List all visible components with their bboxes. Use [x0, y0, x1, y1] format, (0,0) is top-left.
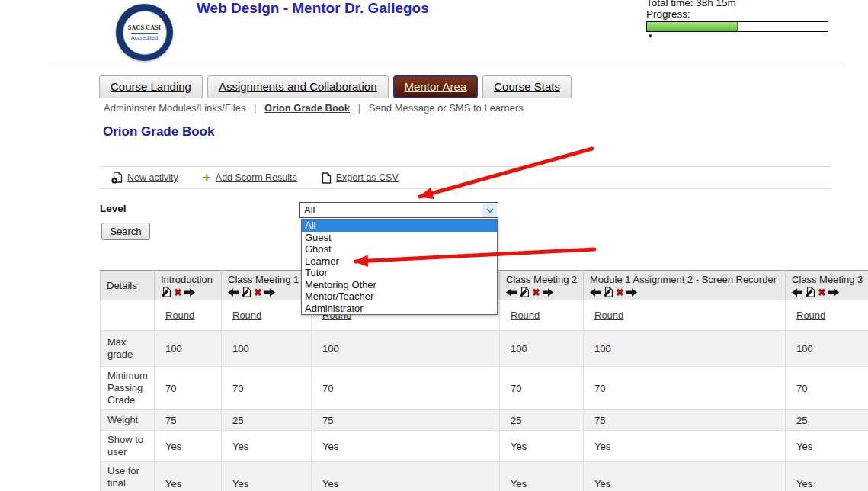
edit-activity-icon[interactable]: [519, 287, 530, 297]
cell-value: 75: [312, 410, 500, 431]
new-activity-tool[interactable]: New activity: [111, 172, 178, 184]
new-activity-link[interactable]: New activity: [127, 172, 178, 183]
activity-title: Class Meeting 1: [228, 274, 308, 285]
move-left-icon[interactable]: [590, 287, 601, 297]
move-left-icon[interactable]: [506, 287, 517, 297]
seal-text: SACS CASI: [128, 24, 161, 31]
level-option-tutor[interactable]: Tutor: [302, 267, 497, 279]
delete-activity-icon[interactable]: ✖: [174, 287, 182, 297]
round-link[interactable]: Round: [796, 310, 825, 321]
cell-value: 25: [500, 410, 584, 431]
add-scorm-results-link[interactable]: Add Scorm Results: [216, 172, 297, 183]
subnav-separator: |: [254, 102, 256, 114]
progress-fill: [647, 22, 738, 31]
cell-value: Yes: [312, 431, 500, 462]
cell-value: Yes: [155, 462, 222, 491]
progress-label: Progress:: [646, 8, 833, 20]
cell-value: 100: [222, 331, 312, 367]
cell-value: Yes: [312, 462, 500, 491]
delete-activity-icon[interactable]: ✖: [616, 287, 624, 297]
subnav-send-message-link[interactable]: Send Message or SMS to Learners: [369, 102, 524, 114]
edit-activity-icon[interactable]: [805, 287, 815, 297]
subnav-administer-modules-link[interactable]: Admininster Modules/Links/Files: [104, 102, 245, 114]
level-option-guest[interactable]: Guest: [302, 232, 497, 244]
header-divider: [43, 63, 842, 63]
new-activity-icon: [111, 172, 123, 184]
move-left-icon[interactable]: [228, 287, 239, 297]
move-right-icon[interactable]: [264, 287, 275, 297]
tab-mentor-area[interactable]: Mentor Area: [393, 75, 479, 98]
row-weight: Weight 75 25 75 25 75 25: [101, 410, 868, 431]
cell-value: Yes: [584, 431, 786, 462]
tab-course-landing[interactable]: Course Landing: [99, 75, 203, 98]
edit-activity-icon[interactable]: [241, 287, 251, 297]
cell-value: 70: [786, 367, 868, 410]
move-right-icon[interactable]: [184, 287, 195, 297]
cell-value: Yes: [155, 431, 222, 462]
level-option-all[interactable]: All: [302, 220, 497, 232]
row-label: Minimum Passing Grade: [101, 367, 155, 410]
cell-value: 25: [222, 410, 312, 431]
level-option-mentoring-other[interactable]: Mentoring Other: [302, 279, 497, 291]
add-scorm-results-tool[interactable]: + Add Scorm Results: [203, 172, 297, 183]
level-select[interactable]: All: [299, 202, 498, 218]
edit-activity-icon[interactable]: [603, 287, 613, 297]
page-title: Orion Grade Book: [103, 124, 214, 140]
chevron-down-icon: [486, 208, 494, 213]
level-option-learner[interactable]: Learner: [302, 255, 497, 268]
edit-activity-icon[interactable]: [161, 287, 171, 297]
time-progress-panel: Total time: 38h 15m Progress: ▾: [646, 0, 833, 40]
cell-value: 100: [786, 331, 868, 367]
activity-title: Introduction: [161, 274, 218, 285]
cell-value: 100: [584, 331, 786, 367]
delete-activity-icon[interactable]: ✖: [818, 287, 826, 297]
export-as-csv-tool[interactable]: Export as CSV: [322, 172, 399, 184]
details-column-header: Details: [101, 271, 155, 300]
progress-caret-icon[interactable]: ▾: [649, 33, 833, 40]
main-tabs: Course Landing Assignments and Collabora…: [99, 75, 572, 98]
level-option-mentor-teacher[interactable]: Mentor/Teacher: [302, 290, 497, 303]
search-button[interactable]: Search: [101, 223, 150, 240]
total-time-label: Total time: 38h 15m: [646, 0, 833, 8]
move-right-icon[interactable]: [828, 287, 839, 297]
round-link[interactable]: Round: [165, 310, 194, 321]
tab-assignments-and-collaboration[interactable]: Assignments and Collaboration: [207, 75, 389, 98]
delete-activity-icon[interactable]: ✖: [532, 287, 540, 297]
move-left-icon[interactable]: [792, 287, 802, 297]
gradebook-toolbar: New activity + Add Scorm Results Export …: [100, 166, 831, 189]
round-link[interactable]: Round: [511, 310, 540, 321]
cell-value: 70: [312, 367, 500, 410]
level-select-value: All: [300, 204, 482, 216]
cell-value: 70: [584, 367, 786, 410]
mentor-area-page: SACS CASI Accredited Web Design - Mentor…: [0, 0, 868, 491]
column-header-class-meeting-3: Class Meeting 3 ✖: [786, 271, 868, 300]
round-link[interactable]: Round: [594, 310, 623, 321]
cell-value: Yes: [786, 462, 868, 491]
export-as-csv-link[interactable]: Export as CSV: [336, 172, 399, 183]
subnav-orion-grade-book-link[interactable]: Orion Grade Book: [264, 102, 350, 114]
seal-accredited-text: Accredited: [131, 33, 158, 41]
round-link[interactable]: Round: [232, 310, 261, 321]
select-dropdown-button[interactable]: [482, 204, 497, 217]
row-use-for-final-grade: Use for final grade Yes Yes Yes Yes Yes …: [101, 462, 868, 491]
cell-value: 100: [155, 331, 222, 367]
sacs-casi-accreditation-seal: SACS CASI Accredited: [116, 4, 173, 61]
progress-bar: [646, 21, 828, 32]
cell-value: 75: [584, 410, 786, 431]
move-right-icon[interactable]: [626, 287, 637, 297]
seal-center: SACS CASI Accredited: [123, 11, 167, 55]
tab-course-stats[interactable]: Course Stats: [482, 75, 572, 98]
move-right-icon[interactable]: [543, 287, 553, 297]
delete-activity-icon[interactable]: ✖: [254, 287, 262, 297]
row-minimum-passing-grade: Minimum Passing Grade 70 70 70 70 70 70: [101, 367, 868, 410]
level-label: Level: [100, 203, 127, 214]
activity-title: Class Meeting 3: [792, 274, 865, 285]
plus-icon: +: [203, 172, 211, 183]
level-option-ghost[interactable]: Ghost: [302, 243, 497, 255]
row-label: Weight: [101, 410, 155, 431]
cell-value: 70: [155, 367, 222, 410]
cell-value: Yes: [786, 431, 868, 462]
level-option-administrator[interactable]: Administrator: [302, 303, 497, 315]
cell-value: 70: [222, 367, 312, 410]
row-label: Max grade: [101, 331, 155, 367]
